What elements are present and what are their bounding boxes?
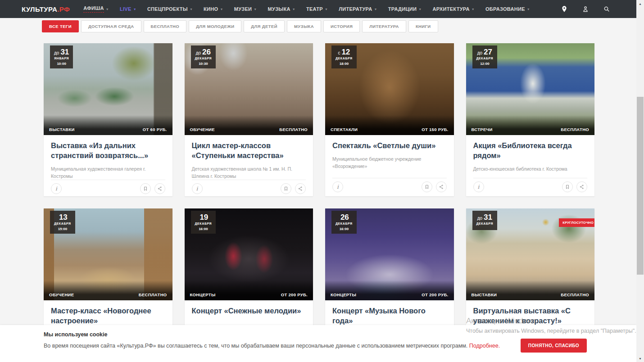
price-label: БЕСПЛАТНО — [561, 127, 589, 132]
location-pin-icon[interactable] — [561, 5, 568, 13]
image-overlay: ОБУЧЕНИЕ БЕСПЛАТНО — [44, 281, 172, 300]
category-label[interactable]: СПЕКТАКЛИ — [331, 127, 358, 132]
cookie-heading: Мы используем cookie — [44, 331, 636, 338]
date-badge: 19 ДЕКАБРЯ 16:00 — [191, 211, 216, 234]
category-label[interactable]: ВЫСТАВКИ — [472, 292, 497, 297]
category-label[interactable]: КОНЦЕРТЫ — [331, 292, 356, 297]
tag-music[interactable]: МУЗЫКА — [287, 20, 321, 32]
date-badge: 26 ДЕКАБРЯ 16:00 — [331, 211, 357, 234]
menu-item-obrazovanie[interactable]: ОБРАЗОВАНИЕ▼ — [485, 6, 530, 12]
scroll-up-arrow-icon[interactable]: ▲ — [636, 0, 644, 7]
tag-free[interactable]: БЕСПЛАТНО — [144, 20, 187, 32]
events-grid: до31 ЯНВАРЯ 10:00 ВЫСТАВКИ ОТ 60 РУБ. Вы… — [44, 43, 594, 362]
share-icon[interactable] — [576, 181, 587, 192]
event-title[interactable]: Концерт «Музыка Нового года» — [332, 306, 447, 326]
menu-item-muzei[interactable]: МУЗЕИ▼ — [234, 6, 257, 12]
menu-item-live[interactable]: LIVE▼ — [120, 6, 136, 12]
event-title[interactable]: Концерт «Снежные мелодии» — [192, 306, 306, 316]
cookie-accept-button[interactable]: ПОНЯТНО, СПАСИБО — [521, 339, 587, 353]
event-card: до27 ДЕКАБРЯ 12:00 ВСТРЕЧИ БЕСПЛАТНО Акц… — [466, 43, 595, 196]
info-icon[interactable]: i — [51, 183, 62, 194]
event-title[interactable]: Цикл мастер-классов «Ступеньки мастерств… — [192, 141, 306, 161]
event-title[interactable]: Виртуальная выставка «С уважением к возр… — [473, 306, 588, 326]
bookmark-icon[interactable] — [140, 183, 151, 194]
vertical-scrollbar[interactable]: ▲ ▼ — [636, 0, 644, 362]
category-label[interactable]: ОБУЧЕНИЕ — [190, 127, 215, 132]
tag-all[interactable]: ВСЕ ТЕГИ — [42, 20, 79, 32]
event-venue: Муниципальное бюджетное учреждение «Возр… — [332, 155, 447, 170]
nav-icons — [561, 5, 610, 13]
date-badge: до31 ЯНВАРЯ 10:00 — [50, 45, 73, 68]
menu-item-kino[interactable]: КИНО▼ — [204, 6, 223, 12]
event-image[interactable]: до31 ДЕКАБРЯ КРУГЛОСУТОЧНО ВЫСТАВКИ БЕСП… — [466, 208, 595, 300]
price-label: ОТ 200 РУБ. — [422, 292, 448, 297]
tag-kids[interactable]: ДЛЯ ДЕТЕЙ — [244, 20, 285, 32]
event-title[interactable]: Выставка «Из дальних странствий возвратя… — [51, 141, 165, 161]
menu-item-spetsproekty[interactable]: СПЕЦПРОЕКТЫ▼ — [147, 6, 193, 12]
date-badge: с12 ДЕКАБРЯ 18:00 — [331, 45, 357, 68]
chevron-down-icon: ▼ — [106, 8, 109, 11]
price-label: ОТ 60 РУБ. — [143, 127, 167, 132]
event-title[interactable]: Мастер-класс «Новогоднее настроение» — [51, 306, 165, 326]
event-image[interactable]: до31 ЯНВАРЯ 10:00 ВЫСТАВКИ ОТ 60 РУБ. — [44, 43, 172, 135]
scrollbar-thumb[interactable] — [637, 97, 644, 275]
category-label[interactable]: КОНЦЕРТЫ — [190, 292, 216, 297]
card-body: Выставка «Из дальних странствий возвратя… — [44, 135, 172, 196]
menu-item-muzyka[interactable]: МУЗЫКА▼ — [268, 6, 295, 12]
menu-item-afisha[interactable]: АФИША▼ — [83, 5, 109, 13]
event-image[interactable]: 13 ДЕКАБРЯ 15:00 ОБУЧЕНИЕ БЕСПЛАТНО — [44, 208, 172, 300]
search-icon[interactable] — [603, 5, 610, 13]
cookie-text-body: Во время посещения сайта «Культура.РФ» в… — [44, 343, 467, 349]
event-title[interactable]: Акция «Библиотека всегда рядом» — [473, 141, 588, 161]
event-image[interactable]: до26 ДЕКАБРЯ 10:30 ОБУЧЕНИЕ БЕСПЛАТНО — [185, 43, 313, 135]
image-overlay: ВЫСТАВКИ ОТ 60 РУБ. — [44, 115, 172, 135]
image-overlay: ОБУЧЕНИЕ БЕСПЛАТНО — [185, 115, 313, 135]
menu-item-arkhitektura[interactable]: АРХИТЕКТУРА▼ — [432, 6, 475, 12]
info-icon[interactable]: i — [473, 181, 484, 192]
tag-books[interactable]: КНИГИ — [408, 20, 438, 32]
share-icon[interactable] — [295, 183, 306, 194]
menu-item-traditsii[interactable]: ТРАДИЦИИ▼ — [388, 6, 422, 12]
share-icon[interactable] — [154, 183, 165, 194]
price-label: ОТ 200 РУБ. — [281, 292, 308, 297]
event-image[interactable]: 26 ДЕКАБРЯ 16:00 КОНЦЕРТЫ ОТ 200 РУБ. — [325, 208, 454, 300]
price-label: БЕСПЛАТНО — [561, 292, 589, 297]
tag-youth[interactable]: ДЛЯ МОЛОДЕЖИ — [189, 20, 241, 32]
info-icon[interactable]: i — [332, 181, 343, 192]
bookmark-icon[interactable] — [422, 181, 432, 192]
event-image[interactable]: 19 ДЕКАБРЯ 16:00 КОНЦЕРТЫ ОТ 200 РУБ. — [185, 208, 313, 300]
main-menu: АФИША▼ LIVE▼ СПЕЦПРОЕКТЫ▼ КИНО▼ МУЗЕИ▼ М… — [83, 5, 530, 13]
event-image[interactable]: до27 ДЕКАБРЯ 12:00 ВСТРЕЧИ БЕСПЛАТНО — [466, 43, 595, 135]
cookie-more-link[interactable]: Подробнее. — [469, 343, 500, 349]
date-badge: 13 ДЕКАБРЯ 15:00 — [50, 211, 75, 234]
category-label[interactable]: ВСТРЕЧИ — [472, 127, 493, 132]
card-footer: i — [192, 180, 306, 198]
bookmark-icon[interactable] — [281, 183, 291, 194]
event-image[interactable]: с12 ДЕКАБРЯ 18:00 СПЕКТАКЛИ ОТ 150 РУБ. — [325, 43, 454, 135]
tag-accessible[interactable]: ДОСТУПНАЯ СРЕДА — [81, 20, 141, 32]
date-badge: до26 ДЕКАБРЯ 10:30 — [191, 45, 216, 68]
site-logo[interactable]: КУЛЬТУРА.РФ — [22, 5, 70, 13]
chevron-down-icon: ▼ — [254, 8, 257, 11]
user-icon[interactable] — [582, 5, 589, 13]
menu-item-teatr[interactable]: ТЕАТР▼ — [306, 6, 328, 12]
price-label: БЕСПЛАТНО — [279, 127, 308, 132]
bookmark-icon[interactable] — [562, 181, 573, 192]
share-icon[interactable] — [436, 181, 447, 192]
info-icon[interactable]: i — [192, 183, 203, 194]
category-label[interactable]: ОБУЧЕНИЕ — [49, 292, 74, 297]
tag-filter-row: ВСЕ ТЕГИ ДОСТУПНАЯ СРЕДА БЕСПЛАТНО ДЛЯ М… — [42, 20, 438, 32]
menu-item-literatura[interactable]: ЛИТЕРАТУРА▼ — [339, 6, 377, 12]
event-title[interactable]: Спектакль «Светлые души» — [332, 141, 447, 151]
chevron-down-icon: ▼ — [292, 8, 295, 11]
card-body: Акция «Библиотека всегда рядом» Детско-ю… — [466, 135, 595, 196]
image-overlay: ВЫСТАВКИ БЕСПЛАТНО — [466, 281, 595, 300]
tag-history[interactable]: ИСТОРИЯ — [323, 20, 360, 32]
tag-literature[interactable]: ЛИТЕРАТУРА — [362, 20, 406, 32]
scroll-down-arrow-icon[interactable]: ▼ — [636, 355, 644, 362]
chevron-down-icon: ▼ — [133, 8, 136, 11]
category-label[interactable]: ВЫСТАВКИ — [49, 127, 75, 132]
price-label: БЕСПЛАТНО — [139, 292, 167, 297]
round-the-clock-ribbon: КРУГЛОСУТОЧНО — [559, 218, 594, 227]
date-badge: до31 ДЕКАБРЯ — [472, 211, 498, 230]
